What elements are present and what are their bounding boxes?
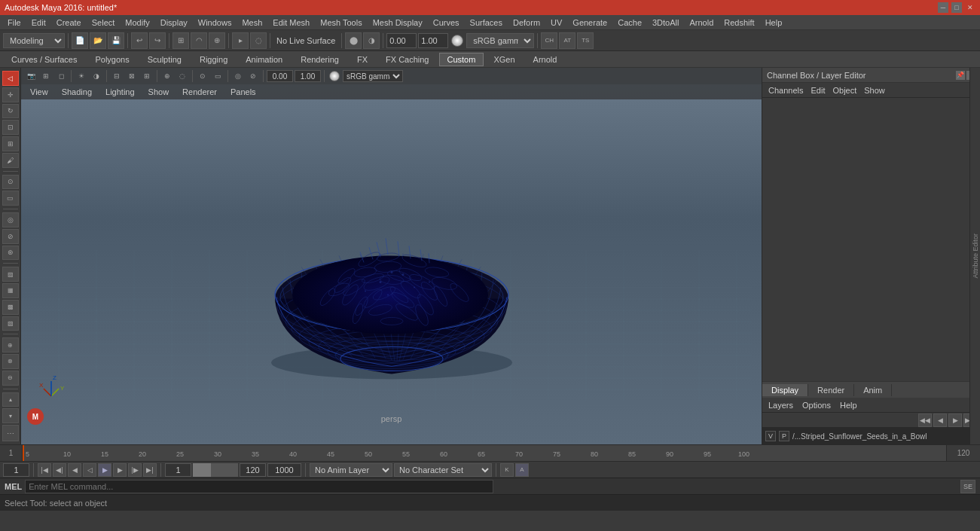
edit-menu[interactable]: Edit bbox=[808, 84, 828, 96]
layer-vis-btn[interactable]: V bbox=[765, 431, 776, 441]
display-shade-btn[interactable]: ▩ bbox=[2, 300, 19, 315]
marquee-tool-btn[interactable]: ▭ bbox=[2, 191, 19, 206]
show-menu[interactable]: Show bbox=[861, 84, 888, 96]
tab-render[interactable]: Render bbox=[808, 384, 854, 396]
vp-dof-btn[interactable]: ◌ bbox=[176, 69, 189, 83]
menu-generate[interactable]: Generate bbox=[568, 17, 612, 29]
menu-cache[interactable]: Cache bbox=[613, 17, 646, 29]
tab-display[interactable]: Display bbox=[762, 384, 808, 396]
timeline-ruler[interactable]: 5 10 15 20 25 30 35 40 45 50 55 60 65 70… bbox=[23, 445, 946, 462]
menu-edit-mesh[interactable]: Edit Mesh bbox=[268, 17, 314, 29]
display-wire-btn[interactable]: ▦ bbox=[2, 283, 19, 298]
next-key-btn[interactable]: |▶ bbox=[128, 463, 142, 477]
menu-edit[interactable]: Edit bbox=[27, 17, 50, 29]
layers-menu[interactable]: Layers bbox=[765, 399, 796, 411]
menu-modify[interactable]: Modify bbox=[121, 17, 154, 29]
layer-p-btn[interactable]: P bbox=[779, 431, 789, 441]
menu-windows[interactable]: Windows bbox=[194, 17, 237, 29]
module-dropdown[interactable]: Modeling Rigging Animation FX Rendering … bbox=[3, 33, 65, 48]
select-tool-btn[interactable]: ◁ bbox=[2, 71, 19, 86]
vp-menu-renderer[interactable]: Renderer bbox=[176, 86, 223, 98]
channels-menu[interactable]: Channels bbox=[765, 84, 806, 96]
menu-deform[interactable]: Deform bbox=[508, 17, 545, 29]
anim-layer-dropdown[interactable]: No Anim Layer bbox=[310, 463, 392, 477]
select-mode-btn[interactable]: ▸ bbox=[232, 32, 249, 49]
rp-pin-btn[interactable]: 📌 bbox=[956, 71, 965, 80]
vp-x-input[interactable] bbox=[267, 70, 293, 82]
tab-anim[interactable]: Anim bbox=[854, 384, 892, 396]
soft-btn[interactable]: ◎ bbox=[2, 212, 19, 227]
help-menu[interactable]: Help bbox=[837, 399, 860, 411]
range-end-input[interactable] bbox=[240, 463, 266, 477]
step-back-btn[interactable]: |◀ bbox=[38, 463, 51, 477]
extra2-btn[interactable]: ▾ bbox=[2, 408, 19, 423]
play-fwd-btn[interactable]: ▶ bbox=[98, 463, 111, 477]
display-obj-btn[interactable]: ▨ bbox=[2, 267, 19, 282]
vp-tex-btn[interactable]: ⊞ bbox=[140, 69, 154, 83]
vp-obj-btn[interactable]: ◻ bbox=[54, 69, 68, 83]
menu-help[interactable]: Help bbox=[761, 17, 787, 29]
menu-display[interactable]: Display bbox=[156, 17, 192, 29]
menu-curves[interactable]: Curves bbox=[429, 17, 464, 29]
vp-wire-btn[interactable]: ⊟ bbox=[110, 69, 124, 83]
paint-tool-btn[interactable]: 🖌 bbox=[2, 153, 19, 168]
y-input[interactable]: 1.00 bbox=[418, 33, 448, 48]
current-frame-input[interactable] bbox=[3, 463, 29, 477]
menu-file[interactable]: File bbox=[3, 17, 26, 29]
attribute-editor-tab[interactable]: Attribute Editor bbox=[969, 68, 980, 444]
maximize-button[interactable]: □ bbox=[951, 2, 962, 13]
redirect-btn[interactable]: ⊛ bbox=[2, 246, 19, 261]
tab-arnold[interactable]: Arnold bbox=[525, 53, 566, 66]
step-fwd-btn[interactable]: ▶| bbox=[143, 463, 157, 477]
x-input[interactable]: 0.00 bbox=[386, 33, 417, 48]
save-btn[interactable]: 💾 bbox=[108, 32, 124, 49]
mel-input[interactable] bbox=[25, 480, 493, 493]
display-tex-btn[interactable]: ▧ bbox=[2, 316, 19, 331]
extras-btn[interactable]: ⋯ bbox=[2, 425, 19, 441]
vp-menu-lighting[interactable]: Lighting bbox=[99, 86, 141, 98]
vp-xray-btn[interactable]: ◎ bbox=[231, 69, 245, 83]
menu-arnold[interactable]: Arnold bbox=[685, 17, 718, 29]
manip-tool-btn[interactable]: ⊞ bbox=[2, 136, 19, 151]
range-slider[interactable] bbox=[193, 463, 238, 477]
tab-curves-surfaces[interactable]: Curves / Surfaces bbox=[3, 53, 85, 66]
play-back-btn[interactable]: ◁ bbox=[83, 463, 96, 477]
tab-polygons[interactable]: Polygons bbox=[87, 53, 137, 66]
extra1-btn[interactable]: ▴ bbox=[2, 392, 19, 407]
lasso-tool-btn[interactable]: ⊙ bbox=[2, 175, 19, 190]
next-frame-btn[interactable]: ▶ bbox=[113, 463, 127, 477]
vp-iso-btn[interactable]: ⊘ bbox=[246, 69, 260, 83]
vp-menu-show[interactable]: Show bbox=[142, 86, 176, 98]
open-btn[interactable]: 📂 bbox=[90, 32, 106, 49]
menu-3dtoall[interactable]: 3DtoAll bbox=[648, 17, 683, 29]
auto-key-btn[interactable]: A bbox=[515, 463, 529, 477]
vp-aa-btn[interactable]: ⊕ bbox=[160, 69, 174, 83]
isolate-btn[interactable]: ⊖ bbox=[2, 371, 19, 386]
total-end-input[interactable] bbox=[267, 463, 301, 477]
options-menu[interactable]: Options bbox=[799, 399, 834, 411]
channel-box-btn[interactable]: CH bbox=[541, 32, 557, 49]
tab-custom[interactable]: Custom bbox=[439, 53, 484, 66]
tab-fx[interactable]: FX bbox=[349, 53, 376, 66]
vp-camera-btn[interactable]: 📷 bbox=[24, 69, 38, 83]
prev-frame-btn[interactable]: ◀ bbox=[68, 463, 81, 477]
render-btn[interactable]: ⬤ bbox=[345, 32, 362, 49]
vp-shadow-btn[interactable]: ◑ bbox=[90, 69, 103, 83]
nav-first-btn[interactable]: ◀◀ bbox=[918, 414, 932, 427]
snap-curve-btn[interactable]: ◠ bbox=[191, 32, 207, 49]
vp-menu-shading[interactable]: Shading bbox=[56, 86, 98, 98]
color-space-dropdown[interactable]: sRGB gamma bbox=[466, 33, 534, 48]
scene-area[interactable]: Y X Z M persp bbox=[21, 99, 762, 428]
viewport[interactable]: 📷 ⊞ ◻ ☀ ◑ ⊟ ⊠ ⊞ ⊕ ◌ ⊙ ▭ ◎ ⊘ sRGB gam bbox=[21, 68, 762, 444]
vp-colorspace-dropdown[interactable]: sRGB gamma bbox=[343, 70, 403, 82]
vp-hud-btn[interactable]: ⊙ bbox=[196, 69, 209, 83]
tab-sculpting[interactable]: Sculpting bbox=[139, 53, 190, 66]
tab-xgen[interactable]: XGen bbox=[485, 53, 523, 66]
tab-rendering[interactable]: Rendering bbox=[292, 53, 347, 66]
layer-row[interactable]: V P /...Striped_Sunflower_Seeds_in_a_Bow… bbox=[762, 428, 980, 444]
vp-shade-btn[interactable]: ⊠ bbox=[125, 69, 139, 83]
menu-mesh[interactable]: Mesh bbox=[237, 17, 267, 29]
sculpt-btn[interactable]: ⊘ bbox=[2, 229, 19, 244]
tab-rigging[interactable]: Rigging bbox=[191, 53, 236, 66]
redo-btn[interactable]: ↪ bbox=[149, 32, 166, 49]
